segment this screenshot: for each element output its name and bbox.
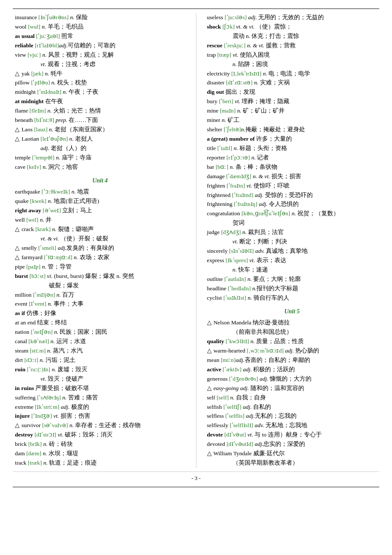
list-item: mine [maɪn] n. 矿；矿山；矿井 (207, 107, 378, 116)
list-item: million [ˈmɪljən] n. 百万 (15, 291, 185, 300)
list-item: insurance [ɪnˈʃuərəns] n. 保险 (15, 13, 185, 22)
list-item: selfish [ˈselfɪʃ] adj. 自私的 (207, 403, 378, 412)
list-item: survivor [səˈvaɪvə] n. 幸存者；生还者；残存物 (15, 421, 185, 430)
page-number: - 3 - (191, 475, 201, 481)
list-item: event [ɪˈvent] n. 事件；大事 (15, 300, 185, 309)
list-item: frightening [ˈfraɪtnɪŋ] adj. 令人恐惧的 (207, 200, 378, 209)
left-column: insurance [ɪnˈʃuərəns] n. 保险 wool [wul] … (13, 13, 187, 468)
list-item: as if 仿佛；好像 (15, 309, 185, 318)
list-item: generous [ˈdʒenərəs] adj. 慷慨的；大方的 (207, 375, 378, 384)
list-item: cave [keɪv] n. 洞穴；地窖 (15, 163, 185, 172)
list-item: 震动 n. 休克；打击；震惊 (207, 32, 378, 41)
list-item: Laotian [leɪˈəuʃən] n. 老挝人 (15, 135, 185, 144)
list-item: outline [ˈautlaɪn] n. 要点；大纲；轮廓 (207, 275, 378, 284)
list-item: a (great) number of 许多；大量的 (207, 135, 378, 144)
list-item: view [vjuː] n. 风景；视野；观点；见解 (15, 51, 185, 60)
list-item: n. 陷阱；困境 (207, 60, 378, 69)
right-column: useless [ˈjuːsləs] adj. 无用的；无效的；无益的 shoc… (205, 13, 380, 468)
content-columns: insurance [ɪnˈʃuərəns] n. 保险 wool [wul] … (13, 13, 379, 468)
list-item: at an end 结束；终结 (15, 318, 185, 327)
list-item: reporter [rɪˈpɔːtə] n. 记者 (207, 153, 378, 162)
list-item: （前南非共和国总统） (207, 328, 378, 337)
list-item: earthquake [ˈɔːθkweɪk] n. 地震 (15, 188, 185, 197)
list-item: judge [dʒʌdʒ] n. 裁判员；法官 (207, 228, 378, 237)
list-item: 贺词 (207, 219, 378, 228)
list-item: wool [wul] n. 羊毛；毛织品 (15, 23, 185, 32)
list-item: electricity [ɪˌlekˈtrɪsɪtɪ] n. 电；电流；电学 (207, 69, 378, 78)
list-item: vt. 断定；判断；判决 (207, 237, 378, 246)
page-footer: - 3 - (13, 471, 379, 483)
list-item: extreme [ɪkˈstriːm] adj. 极度的 (15, 403, 185, 412)
list-item: title [ˈtaɪtl] n. 标题；头衔；资格 (207, 144, 378, 153)
list-item: easy-going adj. 随和的；温和宽容的 (207, 384, 378, 393)
list-item: trap [træp] vt. 使陷入困境 (207, 51, 378, 60)
list-item: bar [bɑː] n. 条；棒；条状物 (207, 163, 378, 172)
list-item: （英国早期新教改革者） (207, 459, 378, 468)
list-item: disaster [dɪˈzɑːstə] n. 灾难；灾祸 (207, 78, 378, 87)
list-item: canal [kəˈnæl] n. 运河；水道 (15, 337, 185, 346)
list-item: adj. 老挝（人）的 (15, 144, 185, 153)
list-item: vt. 毁灭；使破产 (15, 375, 185, 384)
list-item: quality [ˈkwɔlɪtɪ] n. 质量；品质；性质 (207, 337, 378, 346)
unit-4-title: Unit 4 (15, 176, 185, 185)
list-item: rescue [ˈreskjuː] n. & vt. 援救；营救 (207, 41, 378, 50)
list-item: bury [ˈberi] vt. 埋葬；掩埋；隐藏 (207, 97, 378, 106)
list-item: congratulation [kənˌɡræt͡ʃuˈleɪʃən] n. 祝… (207, 209, 378, 218)
list-item: 破裂；爆发 (15, 281, 185, 290)
list-item: dig out 掘出；发现 (207, 88, 378, 97)
list-item: yak [jæk] n. 牦牛 (15, 69, 185, 78)
list-item: selflessly [ˈselflɪslɪ] adv. 无私地；忘我地 (207, 421, 378, 430)
list-item: n. 快车；速递 (207, 266, 378, 275)
list-item: cyclist [ˈsaɪklɪst] n. 骑自行车的人 (207, 294, 378, 303)
list-item: ruin [ˈruː(ː)ɪn] n. 废墟；毁灭 (15, 365, 185, 374)
list-item: well [wel] n. 井 (15, 216, 185, 225)
list-item: miner n. 矿工 (207, 116, 378, 125)
list-item: farmyard [ˈfɑːmjɑːd] n. 农场；农家 (15, 253, 185, 262)
list-item: pipe [paɪp] n. 管；导管 (15, 263, 185, 272)
list-item: pillow [ˈpɪləu] n. 枕头；枕垫 (15, 78, 185, 87)
column-divider (196, 13, 196, 468)
list-item: dirt [dɔːt] n. 污垢；泥土 (15, 356, 185, 365)
list-item: brick [brɪk] n. 砖；砖块 (15, 440, 185, 449)
list-item: steam [stiːm] n. 蒸汽；水汽 (15, 347, 185, 356)
list-item: damage [ˈdæmɪdʒ] n. & vt. 损失；损害 (207, 172, 378, 181)
list-item: vt. 观看；注视；考虑 (15, 60, 185, 69)
list-item: active [ˈæktɪv] adj. 积极的；活跃的 (207, 365, 378, 374)
list-item: destroy [dɪˈstrɔɪ] vt. 破坏；毁坏；消灭 (15, 431, 185, 439)
list-item: devote [dɪˈvəut] vt. 与 to 连用）献身；专心于 (207, 431, 378, 439)
list-item: Laos [lauz] n. 老挝（东南亚国家） (15, 125, 185, 134)
list-item: frightened [ˈfraɪtnd] adj. 受惊的；受恐吓的 (207, 191, 378, 200)
list-item: shock [ʃɔk] vt. & vi. （使）震惊； (207, 23, 378, 32)
list-item: quake [kwek] n. 地震(非正式用语) (15, 197, 185, 206)
list-item: devoted [dɪˈvəutɪd] adj.忠实的；深爱的 (207, 440, 378, 449)
list-item: vt. & vi. （使）开裂；破裂 (15, 234, 185, 243)
list-item: track [træk] n. 轨道；足迹；痕迹 (15, 459, 185, 468)
list-item: suffering [ˈsʌfərɪŋ] n. 苦难；痛苦 (15, 393, 185, 402)
list-item: useless [ˈjuːsləs] adj. 无用的；无效的；无益的 (207, 13, 378, 22)
list-item: temple [ˈtempəl] n. 庙宇；寺庙 (15, 153, 185, 162)
list-item: reliable [rɪˈlaɪəbl]adj.可信赖的；可靠的 (15, 41, 185, 50)
unit-5-title: Unit 5 (207, 307, 378, 316)
list-item: crack [kræk] n. 裂缝；噼啪声 (15, 225, 185, 234)
list-item: at midnight 在午夜 (15, 97, 185, 106)
list-item: self [self] n. 自我；自身 (207, 393, 378, 402)
list-item: warm-hearted [ˌwɔːmˈhɑːtɪd] adj. 热心肠的 (207, 347, 378, 356)
list-item: smelly [ˈsmeli] adj.发臭的；有臭味的 (15, 244, 185, 253)
list-item: William Tyndale 威廉·廷代尔 (207, 449, 378, 458)
list-item: Nelson Mandela 纳尔逊·曼德拉 (207, 318, 378, 327)
list-item: express [ɪkˈspres] vt. 表示；表达 (207, 256, 378, 265)
list-item: nation [ˈneɪʃən] n. 民族；国家；国民 (15, 328, 185, 337)
list-item: sincerely [sɪnˈsɪəlɪ] adv. 真诚地；真挚地 (207, 247, 378, 256)
page-container: insurance [ɪnˈʃuərəns] n. 保险 wool [wul] … (13, 9, 379, 487)
list-item: selfless [ˈselflis] adj.无私的；忘我的 (207, 412, 378, 421)
list-item: frighten [ˈfraɪtn] vt. 使惊吓；吓唬 (207, 182, 378, 191)
list-item: in ruins 严重受损；破败不堪 (15, 384, 185, 393)
list-item: flame [fleɪm] n. 火焰；光芒；热情 (15, 107, 185, 116)
list-item: dam [dæm] n. 水坝；堰堤 (15, 449, 185, 458)
list-item: right away [əˈweɪ] 立刻；马上 (15, 206, 185, 215)
list-item: shelter [ˈʃeltə]n.掩蔽；掩蔽处；避身处 (207, 125, 378, 134)
list-item: midnight [ˈmɪdnaɪt] n. 午夜；子夜 (15, 88, 185, 97)
list-item: burst [bɔːst] vi. (burst, burst) 爆裂；爆发 n… (15, 272, 185, 281)
list-item: mean [miːn]adj.吝啬的；自私的；卑鄙的 (207, 356, 378, 365)
list-item: as usual [ˈjuːʒuəl] 照常 (15, 32, 185, 41)
